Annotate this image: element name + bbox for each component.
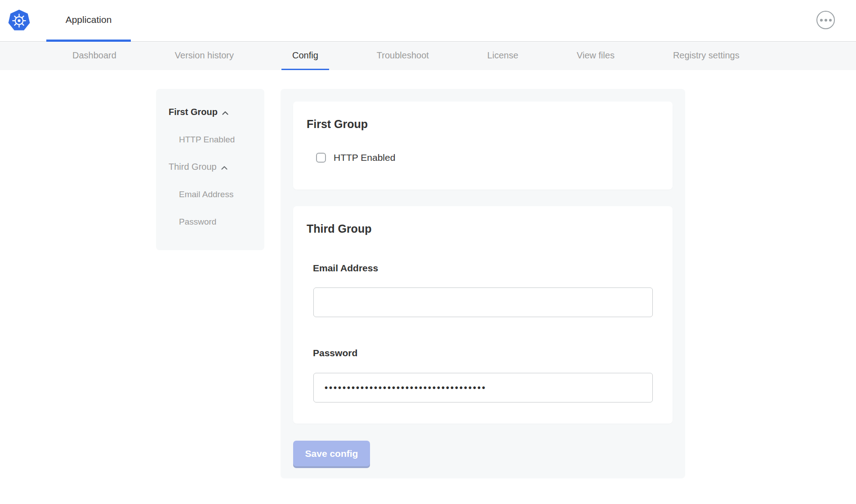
tab-troubleshoot[interactable]: Troubleshoot [366, 42, 440, 70]
tab-dashboard[interactable]: Dashboard [62, 42, 127, 70]
sidebar-item-third-group[interactable]: Third Group [169, 161, 264, 173]
sidebar-item-label: Email Address [179, 190, 233, 199]
http-enabled-checkbox-row[interactable]: HTTP Enabled [316, 152, 395, 163]
email-address-label: Email Address [313, 263, 378, 274]
tab-view-files[interactable]: View files [566, 42, 625, 70]
group-title: First Group [307, 118, 368, 131]
tab-registry-settings[interactable]: Registry settings [662, 42, 750, 70]
application-tab[interactable]: Application [46, 0, 131, 42]
chevron-up-icon[interactable] [221, 166, 227, 170]
tab-config[interactable]: Config [281, 42, 329, 70]
kubernetes-logo-icon [8, 9, 30, 31]
chevron-up-icon[interactable] [222, 111, 228, 115]
ellipsis-dot-icon [825, 19, 827, 22]
ellipsis-dot-icon [829, 19, 832, 22]
ellipsis-menu-button[interactable] [816, 11, 835, 29]
sidebar-item-label: Third Group [169, 162, 217, 172]
save-config-button[interactable]: Save config [293, 441, 370, 466]
password-input[interactable] [313, 373, 653, 402]
config-group-card-first: First Group HTTP Enabled [293, 102, 673, 190]
config-group-card-third: Third Group Email Address Password [293, 206, 673, 424]
password-label: Password [313, 348, 357, 358]
config-groups-sidebar: First Group HTTP Enabled Third Group Ema… [156, 89, 264, 250]
app-nav-bar: Dashboard Version history Config Trouble… [0, 42, 856, 70]
top-bar: Application [0, 0, 856, 42]
http-enabled-checkbox[interactable] [316, 153, 326, 163]
http-enabled-checkbox-label: HTTP Enabled [334, 152, 395, 163]
sidebar-item-http-enabled[interactable]: HTTP Enabled [169, 133, 264, 146]
sidebar-item-password[interactable]: Password [169, 216, 264, 228]
group-title: Third Group [307, 222, 371, 235]
email-address-input[interactable] [313, 287, 653, 317]
sidebar-item-first-group[interactable]: First Group [169, 106, 264, 118]
sidebar-item-label: First Group [169, 107, 218, 117]
ellipsis-dot-icon [820, 19, 823, 22]
tab-license[interactable]: License [477, 42, 529, 70]
sidebar-item-email-address[interactable]: Email Address [169, 188, 264, 200]
config-content-panel: First Group HTTP Enabled Third Group Ema… [281, 89, 685, 478]
sidebar-item-label: Password [179, 217, 216, 227]
tab-version-history[interactable]: Version history [164, 42, 245, 70]
application-tab-label: Application [66, 14, 112, 25]
sidebar-item-label: HTTP Enabled [179, 135, 235, 145]
